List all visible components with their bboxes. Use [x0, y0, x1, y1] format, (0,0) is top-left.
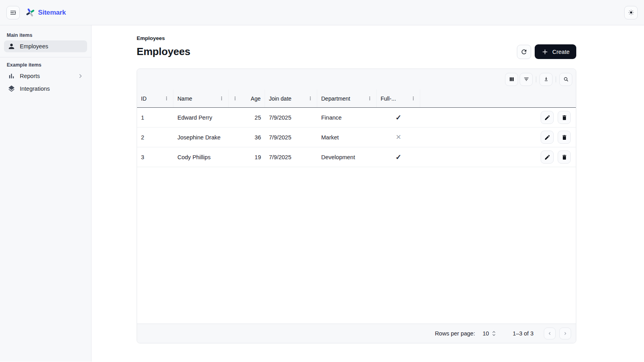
nav-section-header-example: Example items: [7, 62, 84, 68]
column-menu-icon[interactable]: [164, 96, 169, 101]
search-icon: [563, 76, 569, 82]
cell-department: Finance: [317, 114, 377, 121]
grid-footer: Rows per page: 10 1–3 of 3: [137, 324, 576, 343]
cell-name: Cody Phillips: [173, 154, 229, 160]
column-header-department[interactable]: Department: [317, 90, 377, 107]
cell-age: 25: [229, 114, 265, 121]
edit-pencil-icon: [544, 154, 551, 160]
column-menu-icon[interactable]: [308, 96, 313, 101]
pagination-range-label: 1–3 of 3: [513, 330, 533, 337]
layers-icon: [8, 85, 15, 93]
delete-trash-icon: [561, 134, 568, 141]
grid-toolbar: [137, 69, 576, 90]
grid-empty-area: [137, 167, 576, 324]
bar-chart-icon: [8, 72, 15, 80]
cell-name: Josephine Drake: [173, 134, 229, 141]
sidebar-item-reports[interactable]: Reports: [4, 70, 87, 82]
cell-join-date: 7/9/2025: [265, 134, 317, 141]
sidebar-item-employees[interactable]: Employees: [4, 40, 87, 52]
rows-per-page-stepper-icon[interactable]: [492, 330, 496, 337]
column-header-age[interactable]: Age: [229, 90, 265, 107]
cell-department: Market: [317, 134, 377, 141]
edit-pencil-icon: [544, 114, 551, 121]
rows-per-page-label: Rows per page:: [435, 330, 475, 337]
top-bar: Sitemark: [0, 0, 644, 25]
delete-button[interactable]: [558, 111, 571, 124]
plus-icon: [541, 48, 549, 55]
grid-header-row: ID Name A: [137, 90, 576, 108]
create-button[interactable]: Create: [535, 44, 576, 59]
brand-logo[interactable]: Sitemark: [25, 8, 66, 17]
page-title: Employees: [137, 46, 191, 58]
column-menu-icon[interactable]: [219, 96, 224, 101]
column-menu-icon[interactable]: [411, 96, 416, 101]
columns-button[interactable]: [505, 73, 518, 86]
sidebar-item-integrations[interactable]: Integrations: [4, 83, 87, 95]
menu-open-icon: [10, 9, 17, 16]
sitemark-logo-icon: [25, 8, 35, 17]
theme-toggle-button[interactable]: [624, 6, 638, 19]
table-row[interactable]: 3 Cody Phillips 19 7/9/2025 Development: [137, 147, 576, 167]
employees-data-grid: ID Name A: [137, 69, 576, 343]
filter-icon: [523, 76, 530, 82]
column-header-name[interactable]: Name: [173, 90, 229, 107]
cell-id: 3: [137, 154, 173, 160]
full-time-check-icon: [395, 113, 401, 122]
cell-age: 19: [229, 154, 265, 160]
chevron-right-icon: [77, 73, 84, 79]
delete-button[interactable]: [558, 131, 571, 144]
edit-pencil-icon: [544, 134, 551, 141]
edit-button[interactable]: [541, 151, 554, 164]
chevron-left-icon: [547, 330, 553, 337]
download-icon: [543, 76, 549, 82]
column-header-actions: [420, 90, 576, 107]
edit-button[interactable]: [541, 111, 554, 124]
refresh-button[interactable]: [517, 45, 531, 59]
search-button[interactable]: [559, 73, 572, 86]
cell-join-date: 7/9/2025: [265, 154, 317, 160]
next-page-button[interactable]: [559, 328, 571, 339]
sidebar-divider: [0, 57, 91, 57]
cell-name: Edward Perry: [173, 114, 229, 121]
sidebar-item-label: Employees: [20, 43, 48, 50]
brand-name: Sitemark: [38, 9, 66, 17]
cell-age: 36: [229, 134, 265, 141]
main-area: Employees Employees: [91, 25, 644, 362]
edit-button[interactable]: [541, 131, 554, 144]
full-time-check-icon: [395, 153, 401, 162]
create-button-label: Create: [552, 49, 570, 55]
table-row[interactable]: 1 Edward Perry 25 7/9/2025 Finance: [137, 108, 576, 128]
previous-page-button[interactable]: [544, 328, 556, 339]
column-header-join-date[interactable]: Join date: [265, 90, 317, 107]
breadcrumb[interactable]: Employees: [137, 35, 576, 41]
filter-button[interactable]: [520, 73, 533, 86]
column-header-full-time[interactable]: Full-...: [377, 90, 420, 107]
column-menu-icon[interactable]: [367, 96, 372, 101]
sidebar: Main items Employees Example items R: [0, 25, 91, 362]
sidebar-item-label: Reports: [20, 73, 40, 79]
toolbar-divider: [556, 76, 556, 82]
toolbar-divider: [536, 76, 536, 82]
delete-button[interactable]: [558, 151, 571, 164]
column-menu-icon[interactable]: [232, 96, 238, 101]
cell-department: Development: [317, 154, 377, 160]
menu-toggle-button[interactable]: [6, 6, 20, 19]
sun-icon: [627, 9, 635, 16]
chevron-right-icon: [562, 330, 568, 337]
refresh-icon: [520, 48, 528, 55]
rows-per-page-select[interactable]: 10: [482, 330, 489, 337]
full-time-cross-icon: [396, 133, 401, 141]
cell-id: 1: [137, 114, 173, 121]
person-icon: [8, 42, 15, 50]
nav-section-header-main: Main items: [7, 32, 84, 38]
cell-join-date: 7/9/2025: [265, 114, 317, 121]
download-button[interactable]: [539, 73, 553, 86]
delete-trash-icon: [561, 154, 568, 160]
cell-id: 2: [137, 134, 173, 141]
column-header-id[interactable]: ID: [137, 90, 173, 107]
delete-trash-icon: [561, 114, 568, 121]
table-row[interactable]: 2 Josephine Drake 36 7/9/2025 Market: [137, 128, 576, 147]
columns-icon: [509, 76, 515, 82]
sidebar-item-label: Integrations: [20, 86, 50, 92]
